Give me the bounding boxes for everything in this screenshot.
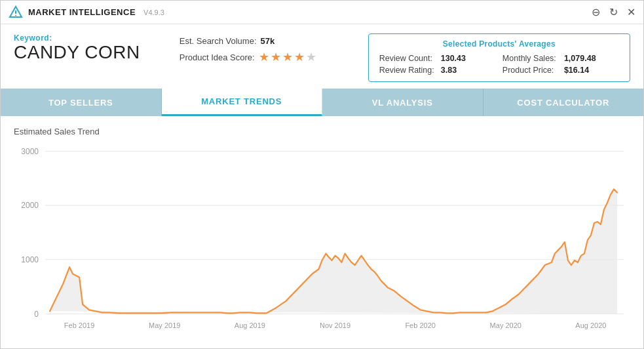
svg-text:0: 0	[34, 309, 39, 318]
refresh-button[interactable]: ↻	[609, 7, 618, 18]
est-search-volume-label: Est. Search Volume:	[180, 36, 257, 46]
svg-text:Feb 2019: Feb 2019	[64, 321, 95, 329]
product-price-value: $16.14	[564, 66, 619, 75]
star-2: ★	[271, 50, 281, 64]
averages-grid: Review Count: 130.43 Monthly Sales: 1,07…	[379, 54, 619, 75]
chart-subtitle: Estimated Sales Trend	[14, 127, 630, 136]
review-count-value: 130.43	[441, 54, 496, 63]
svg-text:Aug 2020: Aug 2020	[575, 321, 606, 329]
product-idea-score-label: Product Idea Score:	[180, 52, 255, 62]
star-3: ★	[282, 50, 293, 64]
est-search-volume-row: Est. Search Volume: 57k	[180, 36, 316, 46]
tab-vl-analysis[interactable]: VL ANALYSIS	[322, 89, 483, 116]
svg-text:3000: 3000	[21, 146, 39, 155]
review-rating-value: 3.83	[441, 66, 496, 75]
est-search-volume-value: 57k	[261, 36, 275, 46]
svg-text:Aug 2019: Aug 2019	[235, 321, 265, 329]
monthly-sales-value: 1,079.48	[564, 54, 619, 63]
monthly-sales-label: Monthly Sales:	[502, 54, 558, 63]
keyword-section: Keyword: CANDY CORN	[14, 33, 140, 63]
metrics-section: Est. Search Volume: 57k Product Idea Sco…	[180, 33, 316, 64]
header: Keyword: CANDY CORN Est. Search Volume: …	[1, 24, 643, 89]
product-price-label: Product Price:	[502, 66, 558, 75]
chart-svg: 3000 2000 1000 0 Feb 2019 May 2019 Aug 2…	[14, 142, 630, 345]
svg-text:May 2019: May 2019	[149, 321, 180, 329]
svg-text:Feb 2020: Feb 2020	[405, 321, 436, 329]
app-logo-icon	[9, 5, 23, 20]
averages-box: Selected Products' Averages Review Count…	[368, 33, 630, 82]
keyword-value: CANDY CORN	[14, 43, 140, 63]
app-title: MARKET INTELLIGENCE	[28, 7, 136, 17]
star-rating: ★ ★ ★ ★ ★	[259, 50, 316, 64]
product-idea-score-row: Product Idea Score: ★ ★ ★ ★ ★	[180, 50, 316, 64]
tab-top-sellers[interactable]: TOP SELLERS	[1, 89, 162, 116]
tab-market-trends[interactable]: MARKET TRENDS	[162, 89, 323, 116]
title-bar: MARKET INTELLIGENCE V4.9.3 ⊖ ↻ ✕	[1, 1, 643, 24]
title-bar-left: MARKET INTELLIGENCE V4.9.3	[9, 5, 164, 20]
star-1: ★	[259, 50, 269, 64]
svg-text:May 2020: May 2020	[490, 321, 521, 329]
svg-text:Nov 2019: Nov 2019	[320, 321, 350, 329]
title-bar-controls: ⊖ ↻ ✕	[592, 7, 635, 18]
star-5: ★	[306, 50, 316, 64]
chart-area: Estimated Sales Trend 3000 2000 1000 0 F…	[1, 116, 643, 349]
minimize-button[interactable]: ⊖	[592, 7, 600, 18]
averages-title: Selected Products' Averages	[379, 39, 619, 49]
svg-text:2000: 2000	[21, 201, 39, 210]
star-4: ★	[294, 50, 305, 64]
review-rating-label: Review Rating:	[379, 66, 434, 75]
close-button[interactable]: ✕	[627, 7, 635, 18]
review-count-label: Review Count:	[379, 54, 434, 63]
app-version: V4.9.3	[143, 9, 164, 16]
tab-cost-calculator[interactable]: COST CALCULATOR	[483, 89, 644, 116]
chart-container: 3000 2000 1000 0 Feb 2019 May 2019 Aug 2…	[14, 142, 630, 345]
tabs: TOP SELLERS MARKET TRENDS VL ANALYSIS CO…	[1, 89, 643, 116]
keyword-label: Keyword:	[14, 33, 140, 43]
svg-point-2	[15, 14, 16, 16]
svg-text:1000: 1000	[21, 255, 39, 264]
